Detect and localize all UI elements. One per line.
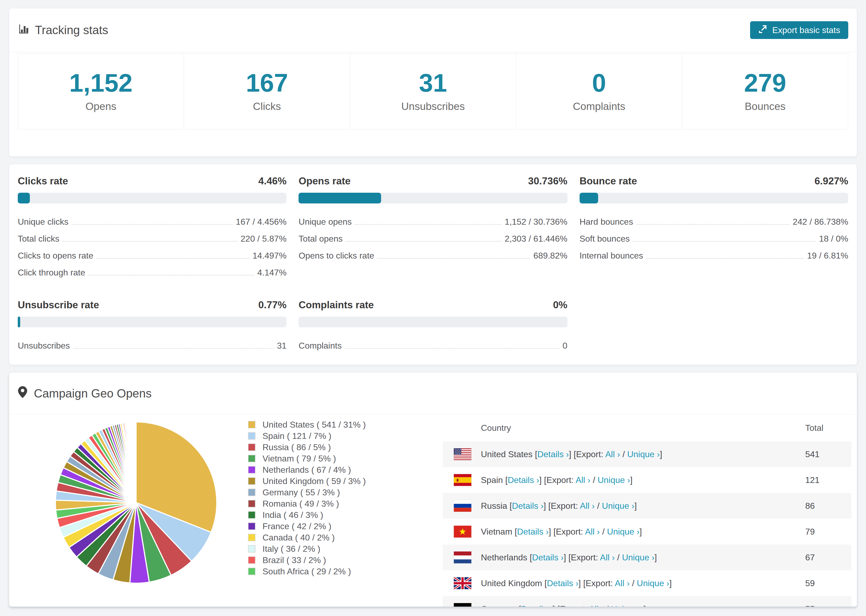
legend-label: United Kingdom ( 59 / 3% ) <box>263 476 366 486</box>
legend-label: Russia ( 86 / 5% ) <box>263 442 331 452</box>
row-value: 689.82% <box>533 251 567 261</box>
summary-stat-unsubscribes: 31Unsubscribes <box>350 53 516 129</box>
rate-stat-row: Complaints0 <box>299 341 567 351</box>
details-link[interactable]: Details › <box>537 449 569 459</box>
legend-item-south-africa: South Africa ( 29 / 2% ) <box>248 567 366 576</box>
legend-swatch <box>248 432 255 440</box>
total-cell: 121 <box>805 475 852 485</box>
export-unique-link[interactable]: Unique › <box>622 553 655 562</box>
tracking-stats-title-wrap: Tracking stats <box>18 23 108 37</box>
stat-label: Bounces <box>745 101 786 112</box>
dotted-leader <box>377 258 530 259</box>
export-unique-link[interactable]: Unique › <box>637 578 669 588</box>
stat-label: Clicks <box>253 101 281 112</box>
export-basic-stats-button[interactable]: Export basic stats <box>750 21 848 39</box>
export-all-link[interactable]: All › <box>615 578 630 588</box>
legend-item-italy: Italy ( 36 / 2% ) <box>248 545 366 553</box>
row-value: 220 / 5.87% <box>241 234 287 244</box>
geo-table-row-us: United States [Details ›] [Export: All ›… <box>443 441 852 467</box>
legend-item-france: France ( 42 / 2% ) <box>248 522 366 531</box>
legend-swatch <box>248 511 255 519</box>
rate-stat-row: Hard bounces242 / 86.738% <box>579 217 848 227</box>
export-unique-link[interactable]: Unique › <box>611 604 644 607</box>
vn-flag-icon <box>453 525 472 538</box>
total-cell: 86 <box>805 501 852 511</box>
row-label: Internal bounces <box>579 251 643 261</box>
country-cell: Vietnam [Details ›] [Export: All › / Uni… <box>481 527 805 537</box>
summary-stats-box: 1,152Opens167Clicks31Unsubscribes0Compla… <box>18 53 848 129</box>
dotted-leader <box>646 258 804 259</box>
pie-slice-other[interactable] <box>136 422 136 503</box>
dotted-leader <box>346 241 502 242</box>
geo-table-row-de: Germany [Details ›] [Export: All › / Uni… <box>443 596 852 607</box>
progress-bar-fill <box>579 193 598 203</box>
legend-swatch <box>248 421 255 428</box>
export-all-link[interactable]: All › <box>580 501 595 511</box>
row-label: Unique opens <box>299 217 351 227</box>
rate-value: 30.736% <box>528 176 567 187</box>
legend-swatch <box>248 567 255 575</box>
page-title: Tracking stats <box>35 24 108 37</box>
rate-stat-row: Unique opens1,152 / 30.736% <box>299 217 567 227</box>
dashboard-page: Tracking stats Export basic stats 1,152O… <box>0 0 866 607</box>
legend-item-spain: Spain ( 121 / 7% ) <box>248 432 366 440</box>
bar-chart-icon <box>18 23 29 37</box>
export-unique-link[interactable]: Unique › <box>627 449 660 459</box>
rate-value: 4.46% <box>258 176 287 187</box>
total-cell: 59 <box>805 578 852 588</box>
row-value: 18 / 0% <box>819 234 848 244</box>
legend-swatch <box>248 556 255 564</box>
total-cell: 79 <box>805 527 852 537</box>
export-all-link[interactable]: All › <box>589 604 604 607</box>
legend-swatch <box>248 466 255 473</box>
row-label: Total clicks <box>18 234 60 244</box>
gb-flag-icon <box>453 577 472 589</box>
rate-block-unsubscribe-rate: Unsubscribe rate0.77%Unsubscribes31 <box>18 299 287 358</box>
dotted-leader <box>345 348 559 349</box>
row-value: 31 <box>277 341 287 351</box>
progress-bar-track <box>299 193 567 203</box>
rate-title: Opens rate <box>299 176 350 187</box>
details-link[interactable]: Details › <box>521 604 553 607</box>
stat-value: 0 <box>592 71 606 96</box>
geo-table-row-ru: Russia [Details ›] [Export: All › / Uniq… <box>443 493 852 519</box>
legend-swatch <box>248 534 255 541</box>
progress-bar-fill <box>18 193 30 203</box>
export-all-link[interactable]: All › <box>600 553 615 562</box>
export-button-label: Export basic stats <box>772 25 840 35</box>
row-value: 19 / 6.81% <box>807 251 848 261</box>
country-name: United Kingdom <box>481 578 542 588</box>
export-all-link[interactable]: All › <box>585 527 600 536</box>
row-value: 4.147% <box>257 268 287 278</box>
campaign-geo-opens-card: Campaign Geo Opens United States ( 541 /… <box>9 372 857 607</box>
export-unique-link[interactable]: Unique › <box>602 501 635 511</box>
total-cell: 67 <box>805 553 852 563</box>
export-unique-link[interactable]: Unique › <box>607 527 639 536</box>
geo-table-row-nl: Netherlands [Details ›] [Export: All › /… <box>443 545 852 570</box>
details-link[interactable]: Details › <box>508 475 539 485</box>
legend-swatch <box>248 522 255 530</box>
us-flag-icon <box>453 448 472 460</box>
stat-value: 279 <box>744 71 786 96</box>
details-link[interactable]: Details › <box>547 578 578 588</box>
geo-table-row-vn: Vietnam [Details ›] [Export: All › / Uni… <box>443 519 852 545</box>
de-flag-icon <box>453 603 472 607</box>
country-name: Spain <box>481 475 503 485</box>
details-link[interactable]: Details › <box>532 553 564 562</box>
dotted-leader <box>355 224 502 225</box>
legend-label: Italy ( 36 / 2% ) <box>263 544 320 554</box>
details-link[interactable]: Details › <box>512 501 543 511</box>
progress-bar-track <box>18 317 287 327</box>
rate-title: Unsubscribe rate <box>18 299 99 311</box>
flag-column-spacer <box>453 422 472 434</box>
details-link[interactable]: Details › <box>517 527 549 536</box>
geo-opens-content: United States ( 541 / 31% )Spain ( 121 /… <box>9 415 857 607</box>
legend-label: South Africa ( 29 / 2% ) <box>263 567 351 577</box>
export-all-link[interactable]: All › <box>605 449 620 459</box>
nl-flag-icon <box>453 551 472 564</box>
export-unique-link[interactable]: Unique › <box>598 475 630 485</box>
rate-stat-row: Soft bounces18 / 0% <box>579 234 848 244</box>
export-all-link[interactable]: All › <box>576 475 590 485</box>
legend-swatch <box>248 489 255 496</box>
country-cell: Netherlands [Details ›] [Export: All › /… <box>481 553 805 563</box>
